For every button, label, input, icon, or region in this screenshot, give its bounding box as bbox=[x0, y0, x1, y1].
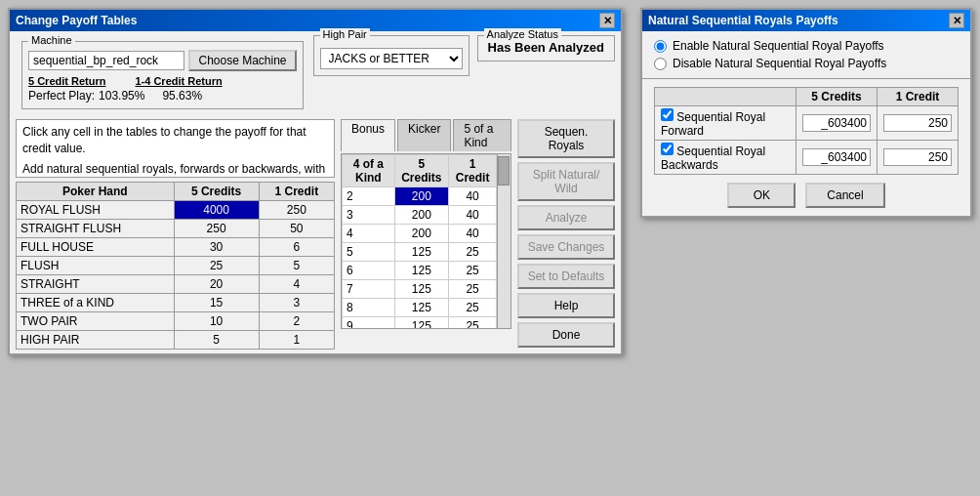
poker-5credit-cell[interactable]: 4000 bbox=[174, 201, 259, 220]
tab-kicker[interactable]: Kicker bbox=[397, 119, 451, 151]
perfect-play-row: 5 Credit Return 1-4 Credit Return Perfec… bbox=[28, 75, 297, 103]
poker-hand-cell[interactable]: HIGH PAIR bbox=[17, 331, 175, 350]
inner-table-row: 220040 bbox=[343, 187, 497, 206]
inner-scrollbar-thumb bbox=[498, 156, 510, 186]
poker-table: Poker Hand 5 Credits 1 Credit ROYAL FLUS… bbox=[16, 182, 335, 350]
cancel-button[interactable]: Cancel bbox=[805, 183, 884, 208]
inner-5credit-cell[interactable]: 125 bbox=[394, 299, 449, 317]
secondary-close-button[interactable]: ✕ bbox=[949, 13, 964, 28]
seq-royal-checkbox[interactable] bbox=[661, 108, 674, 121]
seq-1credit-input[interactable] bbox=[883, 148, 952, 166]
poker-hand-cell[interactable]: THREE of a KIND bbox=[17, 294, 175, 312]
poker-hand-cell[interactable]: FULL HOUSE bbox=[17, 238, 175, 257]
perfect-play-text: Perfect Play: bbox=[28, 89, 95, 103]
inner-kind-cell[interactable]: 6 bbox=[343, 262, 395, 280]
poker-hand-cell[interactable]: STRAIGHT FLUSH bbox=[17, 220, 175, 238]
help-button[interactable]: Help bbox=[517, 293, 615, 318]
poker-1credit-cell[interactable]: 6 bbox=[259, 238, 334, 257]
radio-enable[interactable] bbox=[654, 40, 667, 53]
split-natural-wild-button[interactable]: Split Natural/ Wild bbox=[517, 162, 615, 201]
radio-group: Enable Natural Sequential Royal Payoffs … bbox=[654, 39, 959, 70]
tab-bar: Bonus Kicker 5 of a Kind bbox=[341, 119, 511, 151]
inner-1credit-cell[interactable]: 25 bbox=[449, 243, 497, 262]
done-button[interactable]: Done bbox=[517, 322, 615, 348]
machine-input[interactable] bbox=[28, 51, 184, 70]
poker-hand-cell[interactable]: TWO PAIR bbox=[17, 312, 175, 331]
high-pair-select[interactable]: JACKS or BETTER TENS or BETTER QUEENS or… bbox=[320, 48, 463, 69]
analyze-button[interactable]: Analyze bbox=[517, 205, 615, 230]
seq-5credit-input[interactable] bbox=[802, 114, 871, 132]
inner-1credit-cell[interactable]: 40 bbox=[449, 206, 497, 225]
seq-royal-checkbox[interactable] bbox=[661, 143, 674, 155]
inner-kind-cell[interactable]: 2 bbox=[343, 187, 395, 206]
14credit-label[interactable]: 1-4 Credit Return bbox=[135, 75, 222, 87]
poker-table-row: THREE of a KIND153 bbox=[17, 294, 335, 312]
set-to-defaults-button[interactable]: Set to Defaults bbox=[517, 264, 615, 289]
main-close-button[interactable]: ✕ bbox=[599, 13, 615, 28]
poker-5credit-cell[interactable]: 5 bbox=[174, 331, 259, 350]
inner-1credit-cell[interactable]: 25 bbox=[449, 299, 497, 317]
poker-5credit-cell[interactable]: 20 bbox=[174, 275, 259, 294]
poker-1credit-cell[interactable]: 50 bbox=[259, 220, 334, 238]
poker-table-row: ROYAL FLUSH4000250 bbox=[17, 201, 335, 220]
poker-hand-cell[interactable]: FLUSH bbox=[17, 257, 175, 275]
seq-royal-label: Sequential Royal Backwards bbox=[661, 145, 765, 172]
poker-1credit-cell[interactable]: 4 bbox=[259, 275, 334, 294]
sec-table: 5 Credits 1 Credit Sequential Royal Forw… bbox=[654, 87, 959, 175]
poker-col-1credit: 1 Credit bbox=[259, 183, 334, 201]
inner-scrollbar[interactable] bbox=[497, 154, 510, 328]
inner-kind-cell[interactable]: 5 bbox=[343, 243, 395, 262]
inner-kind-cell[interactable]: 7 bbox=[343, 280, 395, 299]
inner-kind-cell[interactable]: 9 bbox=[343, 317, 395, 330]
poker-1credit-cell[interactable]: 5 bbox=[259, 257, 334, 275]
inner-5credit-cell[interactable]: 125 bbox=[394, 262, 449, 280]
middle-section: Bonus Kicker 5 of a Kind 4 of a Kind 5 C… bbox=[341, 119, 511, 350]
inner-table-container: 4 of a Kind 5 Credits 1 Credit 220040320… bbox=[341, 153, 511, 329]
seq-5credit-input[interactable] bbox=[802, 148, 871, 166]
choose-machine-button[interactable]: Choose Machine bbox=[188, 50, 296, 71]
inner-table-row: 512525 bbox=[343, 243, 497, 262]
tab-bonus[interactable]: Bonus bbox=[341, 119, 395, 151]
poker-1credit-cell[interactable]: 250 bbox=[259, 201, 334, 220]
inner-1credit-cell[interactable]: 25 bbox=[449, 280, 497, 299]
machine-row: Choose Machine bbox=[28, 50, 297, 71]
poker-5credit-cell[interactable]: 30 bbox=[174, 238, 259, 257]
poker-col-hand: Poker Hand bbox=[17, 183, 175, 201]
inner-5credit-cell[interactable]: 125 bbox=[394, 317, 449, 330]
inner-kind-cell[interactable]: 3 bbox=[343, 206, 395, 225]
poker-1credit-cell[interactable]: 2 bbox=[259, 312, 334, 331]
poker-1credit-cell[interactable]: 3 bbox=[259, 294, 334, 312]
sequen-royals-button[interactable]: Sequen. Royals bbox=[517, 119, 615, 158]
instructions-box: Click any cell in the tables to change t… bbox=[16, 119, 335, 178]
tab-five-of-a-kind[interactable]: 5 of a Kind bbox=[453, 119, 511, 151]
poker-5credit-cell[interactable]: 250 bbox=[174, 220, 259, 238]
main-title: Change Payoff Tables bbox=[16, 14, 137, 27]
inner-1credit-cell[interactable]: 25 bbox=[449, 317, 497, 330]
poker-5credit-cell[interactable]: 10 bbox=[174, 312, 259, 331]
ok-button[interactable]: OK bbox=[727, 183, 796, 208]
5credit-label[interactable]: 5 Credit Return bbox=[28, 75, 105, 87]
radio-disable[interactable] bbox=[654, 58, 667, 70]
poker-1credit-cell[interactable]: 1 bbox=[259, 331, 334, 350]
analyze-status-label: Analyze Status bbox=[484, 28, 561, 40]
inner-1credit-cell[interactable]: 40 bbox=[449, 187, 497, 206]
inner-1credit-cell[interactable]: 25 bbox=[449, 262, 497, 280]
save-changes-button[interactable]: Save Changes bbox=[517, 234, 615, 260]
inner-kind-cell[interactable]: 4 bbox=[343, 225, 395, 243]
inner-col-1credit: 1 Credit bbox=[449, 155, 497, 187]
sec-button-row: OK Cancel bbox=[654, 183, 959, 208]
seq-1credit-input[interactable] bbox=[883, 114, 952, 132]
inner-kind-cell[interactable]: 8 bbox=[343, 299, 395, 317]
poker-5credit-cell[interactable]: 15 bbox=[174, 294, 259, 312]
poker-5credit-cell[interactable]: 25 bbox=[174, 257, 259, 275]
inner-5credit-cell[interactable]: 200 bbox=[394, 225, 449, 243]
inner-5credit-cell[interactable]: 125 bbox=[394, 243, 449, 262]
inner-5credit-cell[interactable]: 125 bbox=[394, 280, 449, 299]
high-pair-group: High Pair JACKS or BETTER TENS or BETTER… bbox=[313, 35, 470, 76]
secondary-titlebar: Natural Sequential Royals Payoffs ✕ bbox=[642, 10, 970, 31]
poker-hand-cell[interactable]: STRAIGHT bbox=[17, 275, 175, 294]
poker-hand-cell[interactable]: ROYAL FLUSH bbox=[17, 201, 175, 220]
inner-1credit-cell[interactable]: 40 bbox=[449, 225, 497, 243]
inner-5credit-cell[interactable]: 200 bbox=[394, 187, 449, 206]
inner-5credit-cell[interactable]: 200 bbox=[394, 206, 449, 225]
